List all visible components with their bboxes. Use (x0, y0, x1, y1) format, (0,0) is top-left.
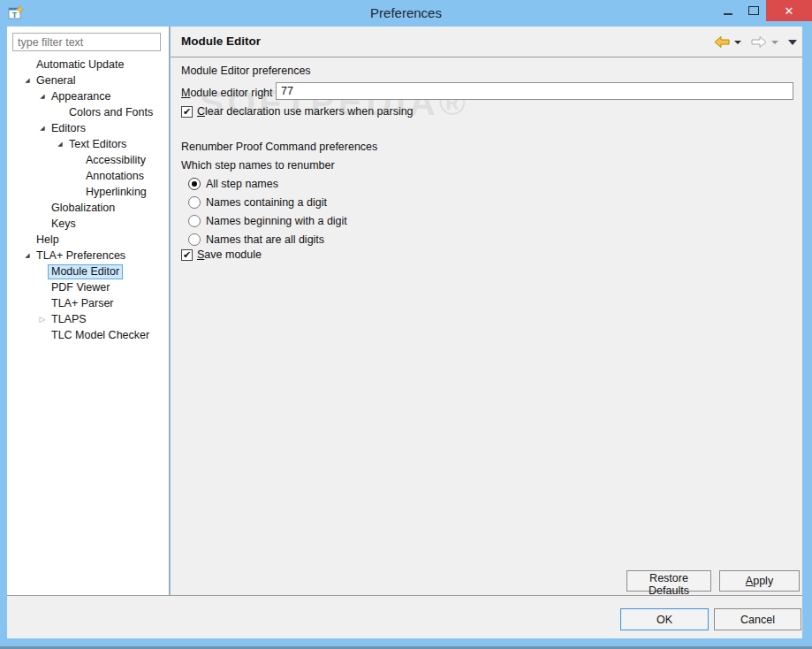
preferences-tree-panel: Automatic Update◢General◢AppearanceColor… (7, 27, 170, 595)
radio-option-names-containing-a-digit[interactable]: Names containing a digit (188, 193, 347, 211)
tree-item-label: Keys (48, 217, 80, 232)
tree-item-accessibility[interactable]: Accessibility (7, 152, 168, 168)
window-title: Preferences (0, 5, 812, 20)
ok-button[interactable]: OK (620, 608, 709, 630)
save-module-checkbox[interactable]: ✔ (181, 249, 193, 261)
maximize-button[interactable] (742, 0, 765, 21)
preference-page-panel: Module Editor SOFTPEDIA® Modu (171, 27, 802, 595)
radio-unselected-icon[interactable] (188, 196, 201, 209)
dialog-footer: OK Cancel (7, 596, 802, 638)
page-nav-icons (714, 34, 797, 49)
tree-item-module-editor[interactable]: Module Editor (7, 263, 168, 279)
view-menu-icon[interactable] (788, 40, 797, 45)
close-button[interactable]: ✕ (766, 0, 812, 21)
tree-item-globalization[interactable]: Globalization (7, 200, 168, 216)
radio-option-names-beginning-with-a-digit[interactable]: Names beginning with a digit (188, 211, 347, 230)
tree-item-label: Automatic Update (33, 57, 127, 73)
tree-item-label: Hyperlinking (82, 185, 150, 200)
back-history-dropdown-icon[interactable] (734, 41, 741, 44)
tree-item-tla-preferences[interactable]: ◢TLA+ Preferences (7, 248, 168, 263)
tree-item-label: Colors and Fonts (65, 105, 156, 120)
back-icon[interactable] (714, 35, 730, 49)
minimize-icon (724, 13, 732, 15)
tree-item-label: TLC Model Checker (48, 328, 153, 343)
radio-selected-icon[interactable] (188, 178, 201, 190)
tree-item-label: TLA+ Preferences (33, 248, 129, 263)
tree-item-label: Editors (48, 121, 89, 136)
margin-input[interactable] (276, 82, 793, 100)
tree-item-label: Text Editors (65, 137, 130, 152)
tree-item-label: Appearance (48, 89, 114, 104)
tree-item-text-editors[interactable]: ◢Text Editors (7, 136, 168, 152)
expanded-twistie-icon[interactable]: ◢ (22, 73, 33, 88)
save-module-row[interactable]: ✔ Save module (181, 248, 262, 261)
radio-option-label: Names beginning with a digit (206, 215, 347, 227)
minimize-button[interactable] (716, 0, 740, 21)
section-module-editor-preferences: Module Editor preferences (181, 65, 311, 77)
tree-item-label: Module Editor (48, 264, 123, 279)
tree-item-hyperlinking[interactable]: Hyperlinking (7, 184, 168, 200)
maximize-icon (748, 6, 759, 15)
expanded-twistie-icon[interactable]: ◢ (55, 136, 65, 152)
page-header: Module Editor (171, 27, 802, 57)
tree-item-label: Accessibility (82, 153, 149, 168)
tree-item-general[interactable]: ◢General (7, 73, 168, 88)
tree-item-label: PDF Viewer (48, 280, 113, 295)
save-module-label: Save module (197, 248, 262, 261)
collapsed-twistie-icon[interactable]: ▷ (37, 311, 48, 327)
page-body: SOFTPEDIA® Module Editor preferences Mod… (171, 57, 802, 595)
radio-unselected-icon[interactable] (188, 215, 201, 227)
forward-history-dropdown-icon[interactable] (771, 41, 778, 44)
clear-markers-checkbox[interactable]: ✔ (181, 106, 193, 118)
tree-item-label: Help (33, 233, 63, 248)
tree-item-tlc-model-checker[interactable]: TLC Model Checker (7, 327, 168, 343)
clear-markers-row[interactable]: ✔ Clear declaration use markers when par… (181, 105, 414, 118)
expanded-twistie-icon[interactable]: ◢ (37, 88, 48, 104)
tree-item-pdf-viewer[interactable]: PDF Viewer (7, 279, 168, 295)
radio-option-all-step-names[interactable]: All step names (188, 174, 347, 193)
tree-item-colors-and-fonts[interactable]: Colors and Fonts (7, 104, 168, 120)
radio-option-label: All step names (206, 178, 278, 190)
clear-markers-label: Clear declaration use markers when parsi… (197, 105, 414, 118)
tree-item-label: Annotations (82, 169, 148, 184)
renumber-radio-group: All step namesNames containing a digitNa… (188, 174, 347, 248)
tree-item-keys[interactable]: Keys (7, 216, 168, 232)
page-buttons: Restore Defaults Apply (626, 570, 800, 592)
titlebar[interactable]: T Preferences ✕ (0, 0, 812, 27)
radio-option-names-that-are-all-digits[interactable]: Names that are all digits (188, 230, 347, 248)
section-renumber-proof-command: Renumber Proof Command preferences (181, 141, 377, 153)
radio-option-label: Names containing a digit (206, 196, 327, 209)
tree-item-tlaps[interactable]: ▷TLAPS (7, 311, 168, 327)
tree-item-appearance[interactable]: ◢Appearance (7, 88, 168, 104)
expanded-twistie-icon[interactable]: ◢ (37, 120, 48, 136)
preferences-window: T Preferences ✕ Automatic Update◢General… (0, 0, 812, 649)
tree-item-tla-parser[interactable]: TLA+ Parser (7, 295, 168, 311)
tree-item-editors[interactable]: ◢Editors (7, 120, 168, 136)
radio-option-label: Names that are all digits (206, 233, 324, 246)
page-title: Module Editor (181, 34, 261, 48)
expanded-twistie-icon[interactable]: ◢ (22, 248, 33, 263)
close-icon: ✕ (785, 4, 794, 18)
renumber-question-label: Which step names to renumber (181, 159, 335, 172)
cancel-button[interactable]: Cancel (714, 608, 801, 630)
tree-item-label: TLA+ Parser (48, 296, 118, 311)
tree-item-label: Globalization (48, 201, 118, 216)
tree-item-label: General (33, 73, 79, 88)
restore-defaults-button[interactable]: Restore Defaults (626, 570, 711, 592)
tree-item-automatic-update[interactable]: Automatic Update (7, 57, 168, 73)
apply-button[interactable]: Apply (719, 570, 800, 592)
forward-icon[interactable] (751, 35, 767, 49)
filter-input[interactable] (12, 33, 161, 51)
preferences-tree: Automatic Update◢General◢AppearanceColor… (7, 57, 168, 343)
tree-item-help[interactable]: Help (7, 232, 168, 248)
tree-item-annotations[interactable]: Annotations (7, 168, 168, 184)
radio-unselected-icon[interactable] (188, 233, 201, 246)
tree-item-label: TLAPS (48, 312, 90, 327)
